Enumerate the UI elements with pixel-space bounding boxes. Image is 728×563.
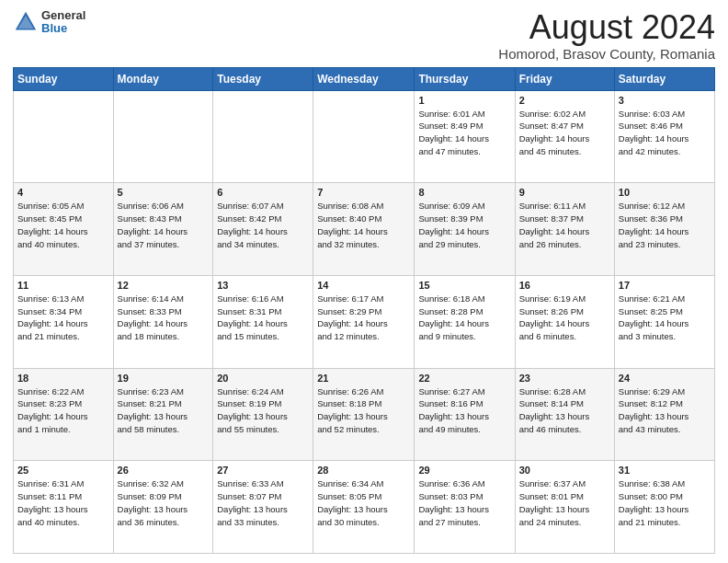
day-info: Sunrise: 6:13 AM Sunset: 8:34 PM Dayligh… — [17, 293, 109, 343]
day-info: Sunrise: 6:14 AM Sunset: 8:33 PM Dayligh… — [118, 293, 210, 343]
day-info: Sunrise: 6:18 AM Sunset: 8:28 PM Dayligh… — [418, 293, 510, 343]
day-number: 29 — [418, 465, 510, 476]
calendar-cell: 23Sunrise: 6:28 AM Sunset: 8:14 PM Dayli… — [515, 368, 614, 461]
calendar-cell: 25Sunrise: 6:31 AM Sunset: 8:11 PM Dayli… — [14, 461, 114, 554]
day-info: Sunrise: 6:23 AM Sunset: 8:21 PM Dayligh… — [118, 385, 210, 436]
day-number: 31 — [619, 465, 711, 476]
day-info: Sunrise: 6:07 AM Sunset: 8:42 PM Dayligh… — [217, 200, 309, 250]
calendar-cell: 1Sunrise: 6:01 AM Sunset: 8:49 PM Daylig… — [415, 90, 515, 183]
calendar-header-wednesday: Wednesday — [313, 67, 415, 90]
day-info: Sunrise: 6:38 AM Sunset: 8:00 PM Dayligh… — [619, 477, 711, 528]
logo-icon — [13, 9, 39, 35]
day-number: 17 — [619, 280, 711, 291]
day-info: Sunrise: 6:33 AM Sunset: 8:07 PM Dayligh… — [217, 477, 309, 528]
calendar-cell: 5Sunrise: 6:06 AM Sunset: 8:43 PM Daylig… — [113, 183, 213, 276]
day-info: Sunrise: 6:05 AM Sunset: 8:45 PM Dayligh… — [17, 200, 109, 250]
day-info: Sunrise: 6:06 AM Sunset: 8:43 PM Dayligh… — [118, 200, 210, 250]
calendar-cell: 2Sunrise: 6:02 AM Sunset: 8:47 PM Daylig… — [515, 90, 614, 183]
day-info: Sunrise: 6:31 AM Sunset: 8:11 PM Dayligh… — [17, 477, 109, 528]
day-number: 4 — [17, 187, 109, 198]
day-number: 26 — [118, 465, 210, 476]
calendar-cell: 7Sunrise: 6:08 AM Sunset: 8:40 PM Daylig… — [313, 183, 415, 276]
calendar-cell: 20Sunrise: 6:24 AM Sunset: 8:19 PM Dayli… — [213, 368, 313, 461]
day-number: 27 — [217, 465, 309, 476]
day-number: 15 — [418, 280, 510, 291]
day-info: Sunrise: 6:21 AM Sunset: 8:25 PM Dayligh… — [619, 293, 711, 343]
logo-text: General Blue — [41, 9, 85, 36]
day-number: 7 — [317, 187, 410, 198]
day-info: Sunrise: 6:16 AM Sunset: 8:31 PM Dayligh… — [217, 293, 309, 343]
day-number: 5 — [118, 187, 210, 198]
day-info: Sunrise: 6:17 AM Sunset: 8:29 PM Dayligh… — [317, 293, 410, 343]
calendar-week-4: 18Sunrise: 6:22 AM Sunset: 8:23 PM Dayli… — [14, 368, 715, 461]
day-number: 2 — [519, 95, 610, 106]
day-number: 10 — [619, 187, 711, 198]
day-number: 12 — [118, 280, 210, 291]
day-number: 23 — [519, 373, 610, 384]
day-info: Sunrise: 6:03 AM Sunset: 8:46 PM Dayligh… — [619, 108, 711, 158]
calendar-cell: 3Sunrise: 6:03 AM Sunset: 8:46 PM Daylig… — [614, 90, 714, 183]
day-number: 21 — [317, 373, 410, 384]
day-info: Sunrise: 6:27 AM Sunset: 8:16 PM Dayligh… — [418, 385, 510, 436]
calendar-header-sunday: Sunday — [14, 67, 114, 90]
calendar-cell: 21Sunrise: 6:26 AM Sunset: 8:18 PM Dayli… — [313, 368, 415, 461]
day-number: 11 — [17, 280, 109, 291]
calendar-cell: 4Sunrise: 6:05 AM Sunset: 8:45 PM Daylig… — [14, 183, 114, 276]
day-info: Sunrise: 6:22 AM Sunset: 8:23 PM Dayligh… — [17, 385, 109, 436]
title-block: August 2024 Homorod, Brasov County, Roma… — [498, 9, 715, 62]
calendar-cell: 8Sunrise: 6:09 AM Sunset: 8:39 PM Daylig… — [415, 183, 515, 276]
day-info: Sunrise: 6:24 AM Sunset: 8:19 PM Dayligh… — [217, 385, 309, 436]
calendar-cell: 15Sunrise: 6:18 AM Sunset: 8:28 PM Dayli… — [415, 275, 515, 368]
day-info: Sunrise: 6:12 AM Sunset: 8:36 PM Dayligh… — [619, 200, 711, 250]
day-info: Sunrise: 6:19 AM Sunset: 8:26 PM Dayligh… — [519, 293, 610, 343]
calendar-cell: 19Sunrise: 6:23 AM Sunset: 8:21 PM Dayli… — [113, 368, 213, 461]
page: General Blue August 2024 Homorod, Brasov… — [0, 0, 728, 563]
calendar-cell: 22Sunrise: 6:27 AM Sunset: 8:16 PM Dayli… — [415, 368, 515, 461]
calendar-header-row: SundayMondayTuesdayWednesdayThursdayFrid… — [14, 67, 715, 90]
calendar-cell: 18Sunrise: 6:22 AM Sunset: 8:23 PM Dayli… — [14, 368, 114, 461]
calendar-cell: 9Sunrise: 6:11 AM Sunset: 8:37 PM Daylig… — [515, 183, 614, 276]
calendar-cell: 30Sunrise: 6:37 AM Sunset: 8:01 PM Dayli… — [515, 461, 614, 554]
day-info: Sunrise: 6:02 AM Sunset: 8:47 PM Dayligh… — [519, 108, 610, 158]
day-info: Sunrise: 6:36 AM Sunset: 8:03 PM Dayligh… — [418, 477, 510, 528]
calendar-cell: 10Sunrise: 6:12 AM Sunset: 8:36 PM Dayli… — [614, 183, 714, 276]
calendar-cell: 17Sunrise: 6:21 AM Sunset: 8:25 PM Dayli… — [614, 275, 714, 368]
calendar-cell — [14, 90, 114, 183]
calendar-cell: 16Sunrise: 6:19 AM Sunset: 8:26 PM Dayli… — [515, 275, 614, 368]
calendar-header-saturday: Saturday — [614, 67, 714, 90]
calendar-cell: 31Sunrise: 6:38 AM Sunset: 8:00 PM Dayli… — [614, 461, 714, 554]
calendar-week-2: 4Sunrise: 6:05 AM Sunset: 8:45 PM Daylig… — [14, 183, 715, 276]
day-number: 13 — [217, 280, 309, 291]
page-title: August 2024 — [498, 9, 715, 46]
calendar-cell: 13Sunrise: 6:16 AM Sunset: 8:31 PM Dayli… — [213, 275, 313, 368]
calendar-cell: 12Sunrise: 6:14 AM Sunset: 8:33 PM Dayli… — [113, 275, 213, 368]
calendar-week-5: 25Sunrise: 6:31 AM Sunset: 8:11 PM Dayli… — [14, 461, 715, 554]
day-number: 22 — [418, 373, 510, 384]
calendar-header-friday: Friday — [515, 67, 614, 90]
day-number: 24 — [619, 373, 711, 384]
day-number: 9 — [519, 187, 610, 198]
day-number: 14 — [317, 280, 410, 291]
day-info: Sunrise: 6:08 AM Sunset: 8:40 PM Dayligh… — [317, 200, 410, 250]
calendar-cell: 27Sunrise: 6:33 AM Sunset: 8:07 PM Dayli… — [213, 461, 313, 554]
calendar-header-monday: Monday — [113, 67, 213, 90]
calendar-cell: 28Sunrise: 6:34 AM Sunset: 8:05 PM Dayli… — [313, 461, 415, 554]
day-number: 8 — [418, 187, 510, 198]
calendar-cell — [313, 90, 415, 183]
day-number: 28 — [317, 465, 410, 476]
day-info: Sunrise: 6:37 AM Sunset: 8:01 PM Dayligh… — [519, 477, 610, 528]
day-info: Sunrise: 6:34 AM Sunset: 8:05 PM Dayligh… — [317, 477, 410, 528]
day-number: 20 — [217, 373, 309, 384]
calendar-week-3: 11Sunrise: 6:13 AM Sunset: 8:34 PM Dayli… — [14, 275, 715, 368]
calendar-cell: 11Sunrise: 6:13 AM Sunset: 8:34 PM Dayli… — [14, 275, 114, 368]
logo-general: General — [41, 9, 85, 22]
page-subtitle: Homorod, Brasov County, Romania — [498, 46, 715, 62]
day-info: Sunrise: 6:28 AM Sunset: 8:14 PM Dayligh… — [519, 385, 610, 436]
day-info: Sunrise: 6:01 AM Sunset: 8:49 PM Dayligh… — [418, 108, 510, 158]
calendar-header-thursday: Thursday — [415, 67, 515, 90]
calendar-cell: 29Sunrise: 6:36 AM Sunset: 8:03 PM Dayli… — [415, 461, 515, 554]
day-info: Sunrise: 6:29 AM Sunset: 8:12 PM Dayligh… — [619, 385, 711, 436]
calendar-cell: 24Sunrise: 6:29 AM Sunset: 8:12 PM Dayli… — [614, 368, 714, 461]
calendar: SundayMondayTuesdayWednesdayThursdayFrid… — [13, 67, 715, 554]
calendar-cell — [113, 90, 213, 183]
